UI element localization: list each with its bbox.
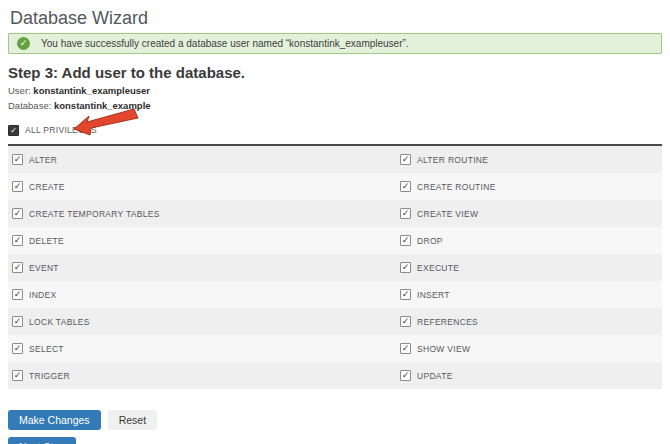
- privileges-table: ✓ALTER✓ALTER ROUTINE✓CREATE✓CREATE ROUTI…: [8, 146, 662, 389]
- privilege-label: CREATE VIEW: [417, 209, 478, 219]
- privilege-label: DELETE: [29, 236, 64, 246]
- privilege-cell: ✓CREATE ROUTINE: [400, 181, 662, 192]
- page-title: Database Wizard: [10, 7, 662, 29]
- reset-button[interactable]: Reset: [108, 410, 157, 430]
- privilege-cell: ✓CREATE VIEW: [400, 208, 662, 219]
- privilege-label: CREATE ROUTINE: [417, 182, 496, 192]
- privilege-label: INDEX: [29, 290, 56, 300]
- privilege-checkbox[interactable]: ✓: [400, 262, 411, 273]
- privilege-cell: ✓CREATE: [8, 181, 400, 192]
- privilege-label: LOCK TABLES: [29, 317, 90, 327]
- privilege-label: UPDATE: [417, 371, 453, 381]
- privilege-row: ✓TRIGGER✓UPDATE: [8, 362, 662, 389]
- privilege-checkbox[interactable]: ✓: [12, 235, 23, 246]
- privilege-checkbox[interactable]: ✓: [400, 235, 411, 246]
- privilege-cell: ✓EXECUTE: [400, 262, 662, 273]
- privilege-cell: ✓ALTER: [8, 154, 400, 165]
- privilege-checkbox[interactable]: ✓: [400, 289, 411, 300]
- privilege-label: INSERT: [417, 290, 450, 300]
- privilege-row: ✓CREATE✓CREATE ROUTINE: [8, 173, 662, 200]
- privilege-row: ✓INDEX✓INSERT: [8, 281, 662, 308]
- privilege-label: ALTER: [29, 155, 57, 165]
- privilege-row: ✓SELECT✓SHOW VIEW: [8, 335, 662, 362]
- privilege-label: REFERENCES: [417, 317, 478, 327]
- step-heading: Step 3: Add user to the database.: [8, 64, 662, 81]
- success-banner: ✓ You have successfully created a databa…: [8, 33, 662, 54]
- privilege-cell: ✓CREATE TEMPORARY TABLES: [8, 208, 400, 219]
- database-value: konstantink_example: [54, 100, 151, 111]
- privilege-cell: ✓REFERENCES: [400, 316, 662, 327]
- privilege-label: EXECUTE: [417, 263, 459, 273]
- privilege-label: CREATE: [29, 182, 65, 192]
- privilege-checkbox[interactable]: ✓: [12, 154, 23, 165]
- privilege-checkbox[interactable]: ✓: [400, 370, 411, 381]
- privilege-checkbox[interactable]: ✓: [12, 262, 23, 273]
- privilege-row: ✓DELETE✓DROP: [8, 227, 662, 254]
- database-label: Database:: [8, 100, 51, 111]
- privilege-cell: ✓TRIGGER: [8, 370, 400, 381]
- privilege-checkbox[interactable]: ✓: [12, 289, 23, 300]
- action-buttons: Make Changes Reset: [8, 410, 662, 430]
- privilege-row: ✓ALTER✓ALTER ROUTINE: [8, 146, 662, 173]
- privilege-cell: ✓UPDATE: [400, 370, 662, 381]
- database-wizard-page: Database Wizard ✓ You have successfully …: [0, 7, 670, 444]
- privilege-label: EVENT: [29, 263, 59, 273]
- privilege-cell: ✓SELECT: [8, 343, 400, 354]
- privilege-row: ✓LOCK TABLES✓REFERENCES: [8, 308, 662, 335]
- privilege-row: ✓EVENT✓EXECUTE: [8, 254, 662, 281]
- privilege-row: ✓CREATE TEMPORARY TABLES✓CREATE VIEW: [8, 200, 662, 227]
- user-label: User:: [8, 85, 31, 96]
- privilege-cell: ✓EVENT: [8, 262, 400, 273]
- privilege-label: DROP: [417, 236, 443, 246]
- user-line: User: konstantink_exampleuser: [8, 85, 662, 96]
- privilege-label: TRIGGER: [29, 371, 70, 381]
- user-value: konstantink_exampleuser: [33, 85, 150, 96]
- privilege-label: CREATE TEMPORARY TABLES: [29, 209, 160, 219]
- success-check-icon: ✓: [17, 37, 30, 50]
- privilege-checkbox[interactable]: ✓: [400, 316, 411, 327]
- all-privileges-label: ALL PRIVILEGES: [25, 125, 97, 135]
- privilege-label: ALTER ROUTINE: [417, 155, 488, 165]
- privilege-checkbox[interactable]: ✓: [12, 370, 23, 381]
- privilege-checkbox[interactable]: ✓: [12, 181, 23, 192]
- privilege-checkbox[interactable]: ✓: [12, 316, 23, 327]
- privilege-checkbox[interactable]: ✓: [12, 343, 23, 354]
- privilege-cell: ✓DELETE: [8, 235, 400, 246]
- make-changes-button[interactable]: Make Changes: [8, 410, 101, 430]
- next-step-button[interactable]: Next Step: [8, 437, 76, 444]
- privilege-cell: ✓SHOW VIEW: [400, 343, 662, 354]
- privilege-checkbox[interactable]: ✓: [400, 208, 411, 219]
- all-privileges-checkbox[interactable]: ✓: [8, 125, 19, 136]
- success-message: You have successfully created a database…: [41, 38, 409, 49]
- privilege-label: SELECT: [29, 344, 64, 354]
- privilege-cell: ✓LOCK TABLES: [8, 316, 400, 327]
- privilege-checkbox[interactable]: ✓: [400, 154, 411, 165]
- privilege-checkbox[interactable]: ✓: [12, 208, 23, 219]
- database-line: Database: konstantink_example: [8, 100, 662, 111]
- all-privileges-row: ✓ ALL PRIVILEGES: [8, 124, 662, 136]
- privilege-cell: ✓ALTER ROUTINE: [400, 154, 662, 165]
- privilege-checkbox[interactable]: ✓: [400, 343, 411, 354]
- privilege-label: SHOW VIEW: [417, 344, 470, 354]
- privilege-cell: ✓DROP: [400, 235, 662, 246]
- privilege-checkbox[interactable]: ✓: [400, 181, 411, 192]
- privilege-cell: ✓INSERT: [400, 289, 662, 300]
- privilege-cell: ✓INDEX: [8, 289, 400, 300]
